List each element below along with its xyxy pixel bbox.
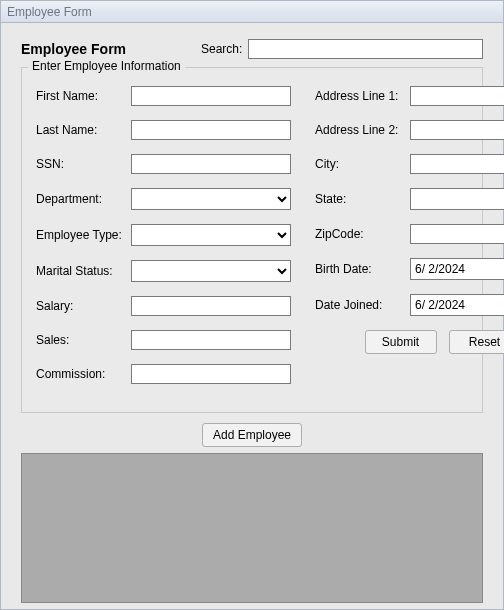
row-date-joined: Date Joined: 6/ 2/2024 📅▾	[315, 294, 504, 316]
search-label: Search:	[201, 42, 242, 56]
label-commission: Commission:	[36, 367, 131, 381]
input-address1[interactable]	[410, 86, 504, 106]
label-last-name: Last Name:	[36, 123, 131, 137]
row-last-name: Last Name:	[36, 120, 291, 140]
row-state: State:	[315, 188, 504, 210]
right-column: Address Line 1: Address Line 2: City: St…	[315, 86, 504, 398]
employee-form-window: Employee Form Employee Form Search: Ente…	[0, 0, 504, 610]
label-ssn: SSN:	[36, 157, 131, 171]
datepicker-birth-date-text: 6/ 2/2024	[415, 262, 504, 276]
row-city: City:	[315, 154, 504, 174]
combo-state[interactable]	[410, 188, 504, 210]
row-commission: Commission:	[36, 364, 291, 384]
row-address2: Address Line 2:	[315, 120, 504, 140]
add-employee-row: Add Employee	[21, 423, 483, 447]
left-column: First Name: Last Name: SSN: Department:	[36, 86, 291, 398]
input-sales[interactable]	[131, 330, 291, 350]
window-content: Employee Form Search: Enter Employee Inf…	[1, 23, 503, 610]
row-zipcode: ZipCode:	[315, 224, 504, 244]
data-grid[interactable]	[21, 453, 483, 603]
window-titlebar: Employee Form	[1, 1, 503, 23]
input-commission[interactable]	[131, 364, 291, 384]
label-date-joined: Date Joined:	[315, 298, 410, 312]
search-input[interactable]	[248, 39, 483, 59]
combo-department[interactable]	[131, 188, 291, 210]
input-last-name[interactable]	[131, 120, 291, 140]
row-salary: Salary:	[36, 296, 291, 316]
header-row: Employee Form Search:	[21, 39, 483, 59]
submit-button[interactable]: Submit	[365, 330, 437, 354]
row-marital-status: Marital Status:	[36, 260, 291, 282]
input-zipcode[interactable]	[410, 224, 504, 244]
combo-employee-type[interactable]	[131, 224, 291, 246]
label-birth-date: Birth Date:	[315, 262, 410, 276]
form-title: Employee Form	[21, 41, 201, 57]
datepicker-date-joined-text: 6/ 2/2024	[415, 298, 504, 312]
label-marital-status: Marital Status:	[36, 264, 131, 278]
datepicker-birth-date[interactable]: 6/ 2/2024 📅▾	[410, 258, 504, 280]
label-state: State:	[315, 192, 410, 206]
row-employee-type: Employee Type:	[36, 224, 291, 246]
input-ssn[interactable]	[131, 154, 291, 174]
label-sales: Sales:	[36, 333, 131, 347]
label-city: City:	[315, 157, 410, 171]
input-salary[interactable]	[131, 296, 291, 316]
label-employee-type: Employee Type:	[36, 228, 131, 242]
reset-button[interactable]: Reset	[449, 330, 505, 354]
combo-marital-status[interactable]	[131, 260, 291, 282]
row-birth-date: Birth Date: 6/ 2/2024 📅▾	[315, 258, 504, 280]
employee-info-groupbox: Enter Employee Information First Name: L…	[21, 67, 483, 413]
row-ssn: SSN:	[36, 154, 291, 174]
label-address2: Address Line 2:	[315, 123, 410, 137]
row-first-name: First Name:	[36, 86, 291, 106]
input-city[interactable]	[410, 154, 504, 174]
label-address1: Address Line 1:	[315, 89, 410, 103]
input-address2[interactable]	[410, 120, 504, 140]
columns: First Name: Last Name: SSN: Department:	[36, 86, 468, 398]
input-first-name[interactable]	[131, 86, 291, 106]
label-department: Department:	[36, 192, 131, 206]
label-zipcode: ZipCode:	[315, 227, 410, 241]
label-first-name: First Name:	[36, 89, 131, 103]
groupbox-legend: Enter Employee Information	[28, 59, 185, 73]
window-title: Employee Form	[7, 5, 92, 19]
datepicker-date-joined[interactable]: 6/ 2/2024 📅▾	[410, 294, 504, 316]
row-address1: Address Line 1:	[315, 86, 504, 106]
row-sales: Sales:	[36, 330, 291, 350]
row-department: Department:	[36, 188, 291, 210]
label-salary: Salary:	[36, 299, 131, 313]
submit-reset-row: Submit Reset	[315, 330, 504, 354]
add-employee-button[interactable]: Add Employee	[202, 423, 302, 447]
